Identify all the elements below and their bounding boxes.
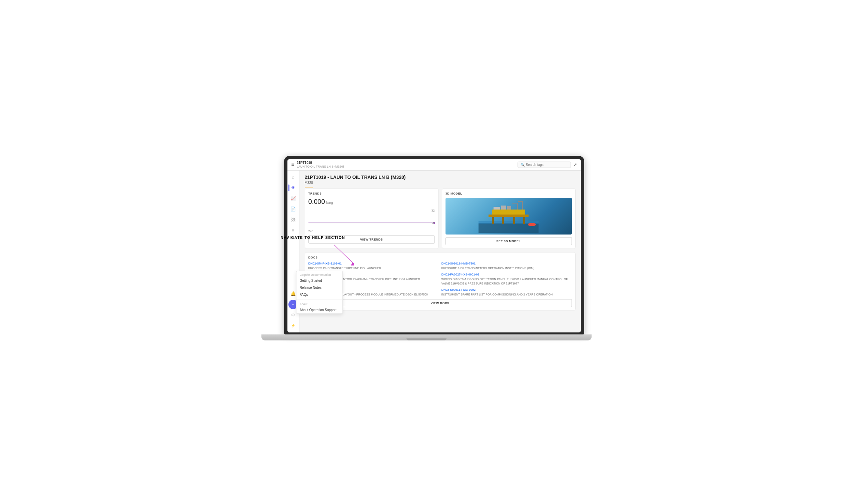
doc-link-5[interactable]: DN02-S09011-I-MC-0002 [442, 288, 572, 292]
help-icon: ↔ [291, 303, 295, 307]
dropdown-item-release-notes[interactable]: Release Notes [297, 284, 343, 291]
list-icon: ≡ [292, 228, 295, 233]
top-bar: ≡ 21PT1019 LAUN TO OIL TRANS LN B (M320)… [287, 159, 581, 171]
svg-rect-11 [523, 217, 525, 224]
platform-illustration [479, 200, 539, 233]
doc-desc-0: PROCESS P&ID TRANSFER PIPELINE PIG LAUNC… [309, 266, 381, 270]
trend-max-value: 32 [431, 209, 434, 212]
dropdown-section2-label: About [297, 300, 343, 307]
docs-grid: DN02-SM-P-XB-2103-01 PROCESS P&ID TRANSF… [309, 262, 572, 296]
top-bar-subtitle: LAUN TO OIL TRANS LN B (M320) [297, 165, 344, 169]
view-trends-button[interactable]: VIEW TRENDS [309, 235, 435, 244]
svg-rect-16 [494, 207, 500, 210]
see-3d-model-button[interactable]: SEE 3D MODEL [446, 237, 572, 245]
document-icon: 📄 [290, 206, 296, 212]
dropdown-item-about[interactable]: About Operation Support [297, 307, 343, 313]
doc-desc-3: WIRING DIAGRAM PIGGING OPERATION PANEL 2… [442, 278, 568, 285]
doc-desc-5: INSTRUMENT SPARE PART LIST FOR COMMISSIO… [442, 293, 553, 296]
home-icon: ⌂ [292, 174, 295, 180]
sidebar-item-list[interactable]: ≡ [288, 226, 298, 235]
svg-rect-13 [512, 203, 518, 203]
eye-icon: 👁 [291, 185, 296, 190]
trend-min-value: -2 [432, 221, 434, 225]
docs-card-title: DOCS [309, 256, 572, 259]
trend-time-label: 24h [309, 230, 435, 233]
doc-link-1[interactable]: DN02-S09011-I-MB-7501 [442, 262, 572, 265]
sidebar-item-docs[interactable]: 📄 [288, 204, 298, 214]
sidebar-item-images[interactable]: 🖼 [288, 215, 298, 224]
svg-rect-7 [492, 210, 525, 215]
image-icon: 🖼 [291, 217, 296, 222]
dropdown-section1-label: Cognite Documentation [297, 271, 343, 277]
trend-unit: barg [327, 201, 333, 204]
svg-rect-14 [522, 201, 523, 210]
hamburger-icon[interactable]: ≡ [291, 162, 294, 167]
doc-entry-0: DN02-SM-P-XB-2103-01 PROCESS P&ID TRANSF… [309, 262, 439, 270]
svg-rect-12 [517, 203, 518, 210]
model-image [446, 198, 572, 234]
trends-card: TRENDS 0.000 barg 32 [305, 188, 438, 249]
help-dropdown: Cognite Documentation Getting Started Re… [296, 271, 343, 314]
audio-icon: ⚡ [291, 324, 295, 327]
svg-rect-8 [492, 217, 494, 224]
svg-rect-9 [502, 217, 504, 224]
search-input[interactable] [526, 163, 568, 167]
svg-rect-17 [501, 205, 506, 210]
doc-link-0[interactable]: DN02-SM-P-XB-2103-01 [309, 262, 439, 265]
sidebar-item-trends[interactable]: 📈 [288, 194, 298, 203]
doc-link-3[interactable]: DN02-FA0027-I-XS-0001-02 [442, 273, 572, 276]
svg-rect-10 [513, 217, 515, 224]
sidebar-item-monitor[interactable]: 👁 [288, 183, 298, 192]
trend-value: 0.000 [309, 198, 325, 205]
top-bar-title: 21PT1019 [297, 161, 344, 165]
doc-entry-5: DN02-S09011-I-MC-0002 INSTRUMENT SPARE P… [442, 288, 572, 296]
search-icon: 🔍 [521, 163, 525, 167]
doc-entry-3: DN02-FA0027-I-XS-0001-02 WIRING DIAGRAM … [442, 273, 572, 285]
doc-desc-1: PRESSURE & DP TRANSMITTERS OPERATION INS… [442, 266, 535, 270]
laptop-base [261, 335, 592, 340]
doc-entry-1: DN02-S09011-I-MB-7501 PRESSURE & DP TRAN… [442, 262, 572, 270]
svg-point-19 [528, 223, 536, 226]
model-3d-title: 3D MODEL [446, 192, 572, 195]
page-tag: M320 [305, 181, 313, 185]
settings-icon: ⚙ [291, 312, 295, 317]
svg-rect-18 [507, 206, 511, 210]
dropdown-item-getting-started[interactable]: Getting Started [297, 277, 343, 284]
svg-rect-15 [518, 201, 523, 202]
dropdown-separator [297, 299, 343, 299]
page-title: 21PT1019 - LAUN TO OIL TRANS LN B (M320) [305, 174, 575, 180]
dropdown-item-faqs[interactable]: FAQs [297, 291, 343, 298]
view-docs-button[interactable]: VIEW DOCS [309, 299, 572, 307]
trends-card-title: TRENDS [309, 192, 435, 195]
sidebar-item-audio[interactable]: ⚡ [288, 321, 298, 330]
sidebar-item-home[interactable]: ⌂ [288, 173, 298, 182]
svg-rect-6 [489, 215, 528, 217]
fullscreen-icon[interactable]: ⤢ [573, 162, 577, 167]
search-bar[interactable]: 🔍 [518, 161, 571, 168]
model-3d-card: 3D MODEL [442, 188, 575, 249]
docs-card: DOCS DN02-SM-P-XB-2103-01 PROCESS P&ID T… [305, 252, 575, 311]
chart-icon: 📈 [290, 196, 296, 201]
notification-icon: 🔔 [290, 291, 296, 296]
